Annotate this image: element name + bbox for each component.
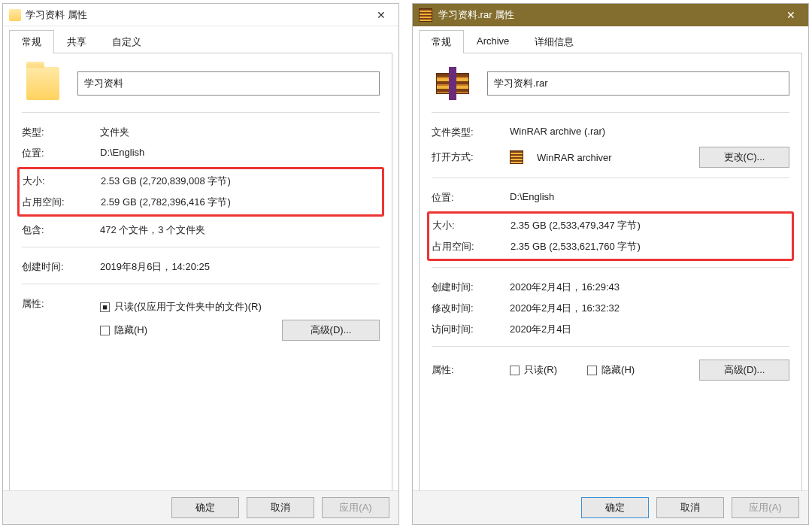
accessed-label: 访问时间: — [432, 323, 510, 336]
advanced-button[interactable]: 高级(D)... — [699, 360, 789, 381]
tab-strip: 常规 共享 自定义 — [9, 29, 392, 53]
openwith-value: WinRAR archiver — [537, 152, 612, 163]
disk-value: 2.59 GB (2,782,396,416 字节) — [101, 196, 379, 209]
tab-general[interactable]: 常规 — [419, 30, 464, 53]
modified-value: 2020年2月4日，16:32:32 — [510, 302, 789, 315]
disk-value: 2.35 GB (2,533,621,760 字节) — [511, 240, 789, 253]
rar-large-icon — [436, 67, 469, 100]
size-label: 大小: — [23, 174, 101, 188]
tab-page-general: 学习资料 类型:文件夹 位置:D:\English 大小:2.53 GB (2,… — [9, 53, 392, 504]
disk-label: 占用空间: — [432, 240, 511, 253]
hidden-checkbox[interactable] — [100, 326, 110, 335]
size-value: 2.35 GB (2,533,479,347 字节) — [511, 219, 789, 232]
tab-page-general: 学习资料.rar 文件类型:WinRAR archive (.rar) 打开方式… — [419, 53, 802, 504]
name-text: 学习资料.rar — [494, 77, 548, 90]
tab-archive[interactable]: Archive — [464, 30, 522, 53]
location-value: D:\English — [100, 147, 380, 160]
ok-button[interactable]: 确定 — [171, 497, 239, 518]
created-value: 2019年8月6日，14:20:25 — [100, 260, 380, 274]
rar-properties-dialog: 学习资料.rar 属性 ✕ 常规 Archive 详细信息 学习资料.rar 文… — [412, 3, 809, 525]
location-label: 位置: — [432, 191, 510, 205]
ok-button[interactable]: 确定 — [581, 497, 649, 518]
tab-details[interactable]: 详细信息 — [522, 30, 586, 53]
tab-customize[interactable]: 自定义 — [99, 30, 154, 53]
readonly-checkbox[interactable]: ■ — [100, 302, 110, 312]
folder-properties-dialog: 学习资料 属性 ✕ 常规 共享 自定义 学习资料 类型:文件夹 位置:D:\En… — [2, 3, 399, 525]
name-input[interactable]: 学习资料 — [77, 71, 380, 96]
contains-value: 472 个文件，3 个文件夹 — [100, 223, 380, 237]
tab-strip: 常规 Archive 详细信息 — [419, 29, 802, 53]
size-highlight: 大小:2.53 GB (2,720,839,008 字节) 占用空间:2.59 … — [17, 167, 384, 217]
cancel-button[interactable]: 取消 — [656, 497, 724, 518]
hidden-checkbox[interactable] — [587, 366, 597, 375]
change-button[interactable]: 更改(C)... — [699, 147, 789, 168]
attributes-label: 属性: — [22, 297, 100, 344]
folder-large-icon — [26, 67, 59, 100]
tab-general[interactable]: 常规 — [9, 30, 54, 53]
type-value: 文件夹 — [100, 126, 380, 139]
created-label: 创建时间: — [432, 281, 510, 294]
readonly-label: 只读(仅应用于文件夹中的文件)(R) — [114, 300, 262, 314]
accessed-value: 2020年2月4日 — [510, 323, 789, 336]
contains-label: 包含: — [22, 223, 100, 237]
modified-label: 修改时间: — [432, 302, 510, 315]
rar-icon — [419, 8, 432, 22]
readonly-label: 只读(R) — [524, 363, 557, 377]
dialog-footer: 确定 取消 应用(A) — [3, 490, 398, 524]
winrar-app-icon — [510, 150, 523, 164]
hidden-label: 隐藏(H) — [601, 363, 635, 377]
close-icon[interactable]: ✕ — [774, 4, 808, 26]
hidden-label: 隐藏(H) — [114, 323, 147, 337]
filetype-value: WinRAR archive (.rar) — [510, 126, 789, 139]
size-highlight: 大小:2.35 GB (2,533,479,347 字节) 占用空间:2.35 … — [427, 211, 794, 261]
size-value: 2.53 GB (2,720,839,008 字节) — [101, 174, 379, 188]
name-input[interactable]: 学习资料.rar — [487, 71, 789, 96]
openwith-label: 打开方式: — [432, 150, 510, 164]
tab-sharing[interactable]: 共享 — [54, 30, 99, 53]
created-value: 2020年2月4日，16:29:43 — [510, 281, 789, 294]
type-label: 类型: — [22, 126, 100, 139]
apply-button[interactable]: 应用(A) — [322, 497, 389, 518]
apply-button[interactable]: 应用(A) — [732, 497, 799, 518]
window-title: 学习资料.rar 属性 — [438, 8, 514, 22]
created-label: 创建时间: — [22, 260, 100, 274]
titlebar[interactable]: 学习资料 属性 ✕ — [3, 4, 398, 26]
size-label: 大小: — [432, 219, 511, 232]
folder-icon — [9, 9, 21, 21]
titlebar[interactable]: 学习资料.rar 属性 ✕ — [413, 4, 808, 26]
name-text: 学习资料 — [84, 77, 123, 90]
readonly-checkbox[interactable] — [510, 366, 520, 375]
location-label: 位置: — [22, 147, 100, 160]
attributes-label: 属性: — [432, 363, 510, 377]
close-icon[interactable]: ✕ — [364, 4, 398, 26]
window-title: 学习资料 属性 — [26, 8, 87, 22]
advanced-button[interactable]: 高级(D)... — [282, 320, 380, 341]
filetype-label: 文件类型: — [432, 126, 510, 139]
disk-label: 占用空间: — [23, 196, 101, 209]
location-value: D:\English — [510, 191, 789, 205]
dialog-footer: 确定 取消 应用(A) — [413, 490, 808, 524]
cancel-button[interactable]: 取消 — [247, 497, 314, 518]
